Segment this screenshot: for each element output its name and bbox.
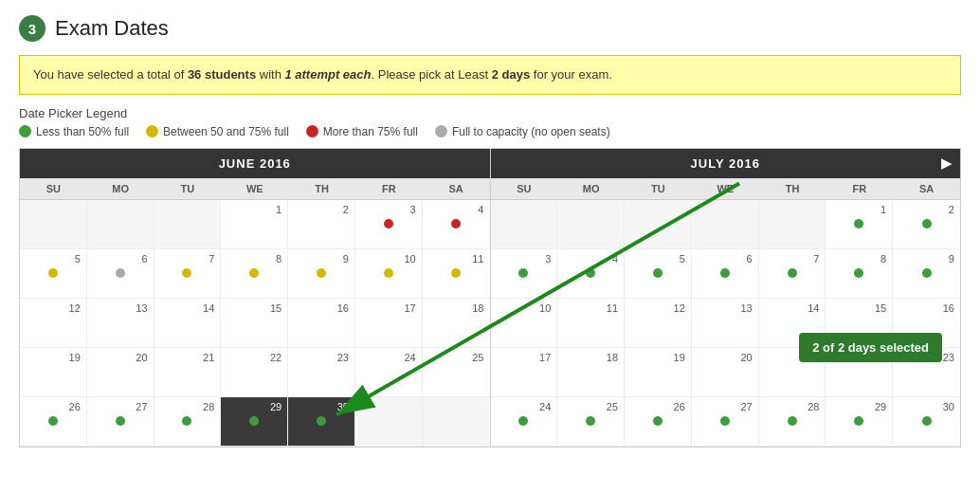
cal-cell[interactable]: 13 (692, 299, 759, 348)
cal-cell[interactable]: 25 (557, 397, 625, 447)
cal-cell[interactable]: 27 (692, 397, 759, 447)
cal-cell[interactable]: 29 (221, 397, 288, 447)
cal-cell[interactable]: 1 (826, 200, 893, 249)
cal-next-btn-july[interactable]: ▶ (941, 156, 953, 171)
cal-cell[interactable]: 2 (893, 200, 960, 249)
cal-date-number: 29 (875, 401, 886, 412)
cal-cell[interactable]: 25 (423, 348, 490, 397)
cal-cell[interactable]: 22 (221, 348, 288, 397)
cal-cell[interactable]: 17 (355, 299, 423, 348)
cal-cell[interactable]: 26 (20, 397, 87, 447)
notice-attempts: 1 attempt each (284, 67, 371, 82)
cal-date-number: 19 (674, 352, 685, 363)
cal-cell[interactable]: 26 (625, 397, 692, 447)
cal-cell[interactable]: 15 (221, 299, 288, 348)
cal-cell[interactable]: 9 (288, 249, 355, 299)
cal-date-number: 13 (136, 302, 147, 314)
cal-day-name: MO (557, 178, 625, 199)
cal-day-name: FR (355, 178, 423, 199)
cal-cell[interactable]: 4 (423, 200, 490, 249)
cal-date-number: 18 (472, 302, 483, 314)
cal-date-number: 22 (270, 352, 281, 363)
cal-cell[interactable]: 27 (87, 397, 154, 447)
cal-cell[interactable]: 7 (759, 249, 826, 299)
badge-text: 2 of 2 days selected (812, 340, 929, 355)
cal-cell[interactable]: 6 (692, 249, 759, 299)
cal-cell[interactable]: 18 (423, 299, 490, 348)
cal-cell[interactable]: 3 (491, 249, 558, 299)
cal-dot-yellow (451, 268, 461, 278)
cal-cell[interactable]: 29 (826, 397, 893, 447)
cal-cell[interactable]: 10 (491, 299, 558, 348)
cal-cell[interactable]: 10 (355, 249, 423, 299)
cal-date-number: 25 (607, 401, 618, 412)
cal-cell[interactable]: 14 (154, 299, 222, 348)
cal-cell[interactable]: 18 (557, 348, 625, 397)
cal-cell[interactable]: 17 (491, 348, 558, 397)
cal-cell[interactable]: 11 (557, 299, 625, 348)
cal-cell[interactable]: 6 (87, 249, 154, 299)
cal-dot-container (451, 219, 461, 229)
cal-cell[interactable]: 2 (288, 200, 355, 249)
cal-date-number: 17 (539, 352, 551, 363)
cal-cell[interactable]: 19 (625, 348, 692, 397)
legend-label-gray: Full to capacity (no open seats) (452, 125, 610, 138)
cal-cell (423, 397, 490, 447)
cal-cell[interactable]: 5 (20, 249, 87, 299)
cal-cell[interactable]: 11 (423, 249, 490, 299)
cal-dot-container (451, 268, 461, 278)
cal-dot-green (48, 416, 58, 426)
cal-cell[interactable]: 8 (826, 249, 893, 299)
cal-cell[interactable]: 28 (759, 397, 826, 447)
cal-dot-red (384, 219, 393, 229)
cal-dot-container (518, 268, 528, 278)
cal-date-number: 12 (69, 302, 81, 314)
cal-cell[interactable]: 12 (625, 299, 692, 348)
cal-cell (625, 200, 692, 249)
cal-date-number: 30 (337, 401, 349, 412)
cal-cell[interactable]: 30 (288, 397, 355, 447)
cal-cell[interactable]: 5 (625, 249, 692, 299)
cal-cell[interactable]: 12 (20, 299, 87, 348)
cal-day-name: TH (759, 178, 826, 199)
cal-cell[interactable]: 16 (288, 299, 355, 348)
cal-dot-green (854, 268, 863, 278)
cal-cell[interactable]: 1 (221, 200, 288, 249)
cal-cell[interactable]: 24 (491, 397, 558, 447)
cal-dot-green (854, 219, 863, 229)
page-title-row: 3 Exam Dates (19, 15, 961, 42)
cal-cell[interactable]: 3 (355, 200, 423, 249)
cal-cell[interactable]: 20 (87, 348, 154, 397)
cal-date-number: 5 (680, 253, 685, 265)
cal-date-number: 3 (410, 204, 416, 215)
cal-day-name: MO (87, 178, 154, 199)
cal-cell[interactable]: 7 (154, 249, 222, 299)
cal-dot-green (788, 268, 797, 278)
calendar-july: JULY 2016▶SUMOTUWETHFRSA1234567891011121… (491, 148, 962, 448)
cal-date-number: 28 (203, 401, 214, 412)
dot-yellow (146, 125, 158, 137)
cal-cell[interactable]: 28 (154, 397, 222, 447)
cal-cell[interactable]: 13 (87, 299, 154, 348)
cal-dot-green (922, 416, 932, 426)
cal-cell[interactable]: 30 (893, 397, 960, 447)
cal-cell[interactable]: 20 (692, 348, 759, 397)
cal-cell[interactable]: 23 (288, 348, 355, 397)
cal-cell[interactable]: 19 (20, 348, 87, 397)
cal-cell[interactable]: 8 (221, 249, 288, 299)
cal-date-number: 19 (69, 352, 81, 363)
cal-cell[interactable]: 21 (154, 348, 222, 397)
cal-dot-container (922, 219, 932, 229)
cal-cell[interactable]: 9 (893, 249, 960, 299)
cal-cell[interactable]: 4 (557, 249, 625, 299)
cal-date-number: 4 (478, 204, 483, 215)
step-number: 3 (28, 21, 36, 37)
legend-items: Less than 50% full Between 50 and 75% fu… (19, 125, 961, 138)
cal-cell[interactable]: 24 (355, 348, 423, 397)
cal-dot-green (116, 416, 125, 426)
notice-days: 2 days (492, 67, 530, 82)
cal-date-number: 14 (808, 302, 819, 314)
legend-label-yellow: Between 50 and 75% full (163, 125, 289, 138)
cal-dot-container (317, 416, 326, 426)
cal-date-number: 2 (343, 204, 349, 215)
